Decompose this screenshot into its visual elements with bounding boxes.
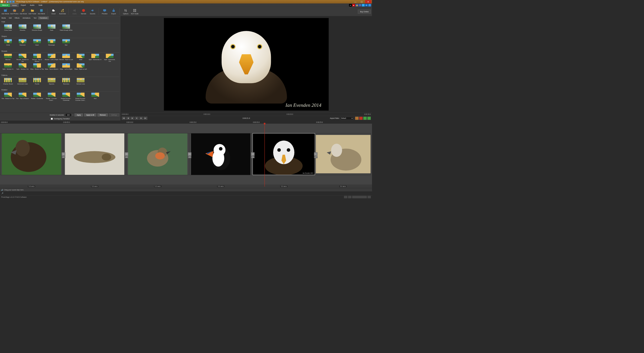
nch-suite-button[interactable]: NCH Suite [131, 8, 139, 15]
flickr-icon[interactable]: •• [349, 4, 352, 7]
stop-icon[interactable]: ■ [135, 117, 139, 120]
zoom-in-icon[interactable] [368, 196, 371, 198]
skip-start-icon[interactable]: |◀ [122, 117, 126, 120]
narrate-button[interactable]: Narrate [79, 8, 88, 15]
audio-track[interactable]: 🔊 Drag your sound clips here. [0, 188, 372, 192]
transition-thumb[interactable]: Radial Smooth - Counter-Clock… [74, 92, 87, 101]
transition-thumb[interactable]: Fade through White [59, 24, 73, 33]
transition-thumb[interactable]: Radial Smooth - Clockwise [59, 92, 73, 101]
transition-thumb[interactable]: Fade [45, 24, 58, 33]
aspect-select[interactable]: Default [340, 117, 353, 120]
facebook-icon[interactable]: f [359, 4, 362, 7]
linkedin-icon[interactable]: in [365, 4, 368, 7]
zoom-slider[interactable] [352, 196, 367, 198]
clip-5[interactable]: ⟳ 2.0 Ian Evenden 2014 [253, 133, 315, 175]
next-frame-icon[interactable]: ▶ [139, 117, 143, 120]
add-photos-button[interactable]: Add Photos [10, 8, 19, 15]
transition-thumb[interactable]: Reveal - Top to Bottom [30, 54, 44, 62]
apply-all-button[interactable]: Apply to All [84, 113, 96, 116]
maximize-button[interactable]: ▢ [359, 0, 365, 4]
zoom-out-icon[interactable] [348, 196, 351, 198]
menu-audio[interactable]: Audio [28, 4, 36, 7]
transition-thumb[interactable]: Fan - Bottom to Top [1, 92, 15, 101]
status-btn-1[interactable] [344, 196, 347, 198]
tab-text[interactable]: Text [32, 16, 38, 19]
preview-button[interactable]: Preview [100, 8, 109, 15]
clip-3[interactable]: ⟳ 2.0 [127, 133, 189, 175]
transition-thumb[interactable]: Tetromino [59, 78, 73, 87]
prev-frame-icon[interactable]: ◀ [126, 117, 130, 120]
close-button[interactable]: ✕ [365, 0, 371, 4]
transition-thumb[interactable]: Roll [88, 92, 102, 101]
transition-thumb[interactable]: Vertical Lines [74, 78, 87, 87]
transition-thumb[interactable]: Wipe - Top to Bottom [45, 63, 58, 72]
transition-icon[interactable]: ⟳ [125, 152, 128, 156]
playhead[interactable] [264, 124, 265, 187]
transitions-browser[interactable]: Fade Cross FadeDissolveDissolve RoughFad… [0, 19, 120, 113]
qa-icon[interactable]: ▤ [4, 1, 6, 3]
save-icon[interactable]: 💾 [6, 1, 9, 3]
minimize-button[interactable]: — [352, 0, 358, 4]
transition-thumb[interactable]: Fan - Top to Bottom [16, 92, 29, 101]
clip-6[interactable]: ⟳ 2.0 [316, 133, 371, 175]
transition-thumb[interactable]: Split - Vertical, In [1, 63, 15, 72]
transition-thumb[interactable]: Slide [74, 54, 87, 62]
buy-online-button[interactable]: Buy Online [358, 10, 371, 14]
transition-thumb[interactable]: Split - Vertical, Out [16, 63, 29, 72]
transition-thumb[interactable]: Cross Fade [1, 24, 15, 33]
preview-ruler[interactable]: 0:00:00.0 0:00:10.0 0:00:20.0 0:00:30.0 [120, 112, 372, 116]
add-folder-button[interactable]: Add Folder [28, 8, 37, 15]
skip-end-icon[interactable]: ▶| [144, 117, 147, 120]
transition-thumb[interactable]: Heart [30, 39, 44, 48]
transition-thumb[interactable]: Circle [1, 39, 15, 48]
cloud-button[interactable]: Cloud [49, 8, 58, 15]
play-icon[interactable]: ▶ [131, 117, 134, 120]
end-btn-3[interactable] [363, 117, 367, 120]
tab-animations[interactable]: Animations [21, 16, 32, 19]
transition-thumb[interactable]: Split - Horizontal, Out [103, 54, 116, 62]
transition-thumb[interactable]: Reveal - Left to Right [45, 54, 58, 62]
tab-effects[interactable]: Effects [13, 16, 21, 19]
apply-button[interactable]: Apply [74, 113, 83, 116]
end-btn-4[interactable] [367, 117, 371, 120]
redo-icon[interactable]: ↷ [12, 1, 15, 3]
transition-icon[interactable]: ⎘ [62, 152, 65, 156]
transition-thumb[interactable]: Wipe - Left to Right [59, 63, 73, 72]
transition-icon[interactable]: ⟳ [314, 152, 317, 156]
transition-thumb[interactable]: Wipe - Bottom to Top [30, 63, 44, 72]
youtube-icon[interactable]: ▶ [352, 4, 355, 7]
tab-media[interactable]: Media [0, 16, 7, 19]
add-media-button[interactable]: +Add Media [1, 8, 10, 15]
menu-main[interactable]: Menu ▾ [0, 4, 10, 7]
transition-thumb[interactable]: Diamond [16, 39, 29, 48]
transition-thumb[interactable]: Puzzle [30, 78, 44, 87]
clip-track[interactable]: ⎘ 2.0 ⟳ 2.0 ⟳ 2.0 ⟳ 2.0 Ian Evenden 2014 [0, 124, 372, 185]
clip-1[interactable] [0, 133, 63, 175]
timeline[interactable]: ⎘ 2.0 ⟳ 2.0 ⟳ 2.0 ⟳ 2.0 Ian Evenden 2014 [0, 124, 372, 195]
transition-thumb[interactable]: Reveal - Bottom to Top [16, 54, 29, 62]
transition-thumb[interactable]: Star [59, 39, 73, 48]
clip-2[interactable]: ⎘ 2.0 [63, 133, 126, 175]
help-icon[interactable]: ? [368, 4, 371, 7]
menu-suite[interactable]: Suite [36, 4, 45, 7]
twitter-icon[interactable]: t [362, 4, 365, 7]
transition-icon[interactable]: ⟳ [188, 152, 191, 156]
menu-export[interactable]: Export [19, 4, 28, 7]
transition-thumb[interactable]: Checker Board [1, 78, 15, 87]
remove-button[interactable]: Remove [98, 113, 108, 116]
transition-thumb[interactable]: Reveal - Right to Left [59, 54, 73, 62]
timeline-ruler[interactable]: 0:00:00.0 0:00:05.0 0:00:10.0 0:00:15.0 … [0, 120, 372, 124]
tab-transitions[interactable]: Transitions [38, 16, 49, 19]
transition-thumb[interactable]: Dissolve [16, 24, 29, 33]
transition-thumb[interactable]: Radial - Clockwise [30, 92, 44, 101]
transition-thumb[interactable]: Horizontal Lines [16, 78, 29, 87]
export-button[interactable]: Export [109, 8, 118, 15]
end-btn-1[interactable] [355, 117, 359, 120]
settings-button[interactable]: Settings [109, 113, 119, 116]
transition-thumb[interactable]: Split - Horizontal, In [88, 54, 102, 62]
overlapping-checkbox[interactable] [51, 118, 53, 120]
automate-button[interactable]: Automate [58, 8, 67, 15]
add-music-button[interactable]: Add Music [19, 8, 28, 15]
clip-4[interactable]: ⟳ 2.0 [189, 133, 252, 175]
transition-thumb[interactable]: Dissolve Rough [30, 24, 44, 33]
